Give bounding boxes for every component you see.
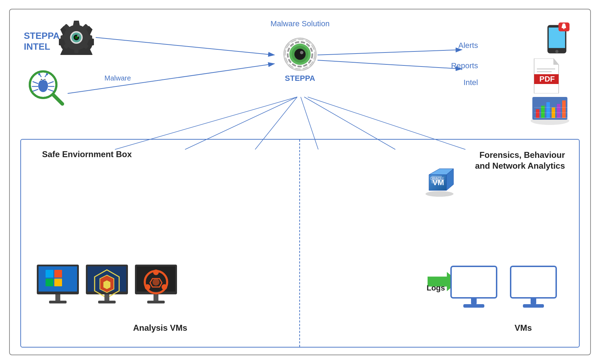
svg-rect-70 [546, 102, 550, 118]
svg-rect-121 [531, 298, 536, 304]
analysis-vms-label: Analysis VMs [133, 323, 188, 333]
steppa-label: STEPPA [285, 74, 315, 83]
bottom-left: Safe Enviornment Box [21, 140, 300, 347]
bug-search-icon [27, 69, 66, 107]
analysis-vm-monitor-2 [509, 265, 558, 310]
vm-monitors-left [35, 263, 179, 308]
malware-solution-label: Malware Solution [271, 19, 330, 28]
svg-rect-20 [85, 35, 92, 40]
windows-vm-icon [35, 263, 81, 308]
svg-line-47 [53, 95, 62, 104]
svg-point-29 [75, 36, 78, 39]
svg-line-81 [318, 50, 462, 55]
svg-rect-17 [74, 22, 79, 29]
svg-point-55 [300, 51, 304, 54]
svg-rect-86 [54, 270, 62, 278]
svg-marker-95 [103, 280, 110, 289]
svg-text:PDF: PDF [539, 75, 555, 83]
svg-rect-19 [61, 35, 68, 40]
svg-rect-88 [54, 279, 62, 286]
svg-point-54 [294, 49, 306, 60]
analysis-vm-monitor-1 [449, 265, 498, 310]
intel-label: Intel [463, 78, 478, 87]
svg-rect-116 [454, 269, 494, 295]
svg-rect-117 [471, 298, 477, 304]
svg-rect-85 [46, 270, 53, 278]
svg-point-101 [153, 270, 159, 275]
alerts-label: Alerts [458, 41, 478, 50]
svg-point-31 [38, 79, 48, 92]
svg-line-79 [96, 37, 274, 55]
svg-rect-97 [98, 301, 116, 303]
logs-label: Logs [427, 284, 445, 293]
svg-line-80 [68, 64, 274, 93]
svg-rect-73 [562, 100, 566, 118]
svg-rect-96 [104, 294, 109, 301]
svg-point-107 [425, 191, 454, 197]
svg-point-102 [145, 284, 150, 290]
svg-line-82 [318, 60, 462, 69]
virtualbox-icon: VM ORACLE [420, 159, 459, 199]
svg-rect-18 [74, 46, 79, 53]
gear-icon [59, 20, 94, 55]
svg-point-39 [38, 73, 40, 75]
vm-monitors-right [449, 265, 558, 310]
svg-rect-120 [513, 269, 554, 295]
svg-point-61 [555, 50, 559, 53]
steppa-intel-label: STEPPAINTEL [24, 30, 60, 52]
svg-rect-90 [49, 301, 67, 303]
linux-vm-icon [84, 263, 130, 308]
svg-rect-60 [563, 28, 565, 29]
ubuntu-vm-icon [133, 263, 179, 308]
svg-rect-118 [463, 304, 484, 308]
reports-label: Reports [451, 61, 478, 70]
steppa-center: STEPPA [277, 37, 323, 83]
safe-env-label: Safe Enviornment Box [42, 149, 132, 159]
svg-point-40 [46, 73, 48, 75]
vms-label: VMs [514, 323, 532, 333]
svg-point-104 [152, 279, 159, 286]
svg-rect-122 [523, 304, 544, 308]
svg-rect-87 [46, 279, 53, 286]
charts-icon [527, 90, 573, 125]
svg-rect-89 [55, 294, 60, 301]
bottom-box: Safe Enviornment Box [20, 139, 580, 348]
svg-rect-106 [147, 301, 165, 303]
svg-rect-72 [557, 104, 560, 118]
top-section: STEPPAINTEL [10, 9, 590, 139]
svg-rect-68 [536, 109, 539, 118]
svg-rect-105 [154, 294, 158, 301]
main-container: STEPPAINTEL [9, 9, 591, 355]
forensics-label: Forensics, Behaviourand Network Analytic… [475, 149, 565, 171]
phone-icon [541, 20, 576, 55]
svg-point-35 [41, 79, 42, 80]
svg-rect-113 [431, 176, 442, 183]
svg-point-103 [162, 284, 167, 290]
pdf-icon: PDF [531, 58, 562, 93]
bottom-right: VM ORACLE Forensics, Behaviourand Networ… [300, 140, 579, 347]
svg-point-36 [45, 79, 46, 80]
malware-label: Malware [104, 74, 131, 82]
